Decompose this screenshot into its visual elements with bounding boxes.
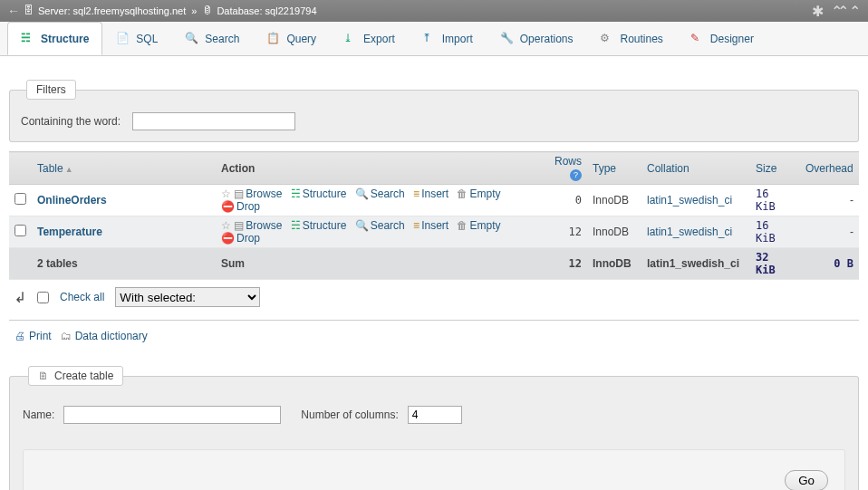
table-sum-row: 2 tables Sum 12 InnoDB latin1_swedish_ci…	[9, 248, 859, 280]
tab-label: Structure	[41, 33, 89, 45]
filters-fieldset: Filters Containing the word:	[9, 80, 859, 142]
tab-import[interactable]: Import	[409, 22, 487, 55]
insert-link[interactable]: Insert	[413, 187, 448, 200]
server-icon	[24, 5, 36, 17]
tab-bar: StructureSQLSearchQueryExportImportOpera…	[0, 22, 868, 56]
tab-label: SQL	[136, 33, 158, 45]
breadcrumb-db-value: sql2219794	[265, 5, 317, 16]
with-selected-dropdown[interactable]: With selected:	[115, 287, 260, 307]
search-icon	[355, 219, 369, 232]
print-link[interactable]: Print	[14, 330, 52, 342]
insert-icon	[413, 187, 420, 200]
tab-routines[interactable]: Routines	[586, 22, 676, 55]
empty-link[interactable]: Empty	[457, 219, 500, 232]
check-all-row: ↳ Check all With selected:	[9, 280, 859, 321]
col-table[interactable]: Table▲	[32, 152, 216, 185]
favorite-icon[interactable]	[221, 219, 231, 232]
tab-structure[interactable]: Structure	[7, 22, 102, 55]
structure-link[interactable]: Structure	[291, 219, 347, 232]
sql-icon	[116, 32, 130, 46]
sublinks: Print Data dictionary	[9, 321, 859, 351]
query-icon	[266, 32, 281, 46]
print-icon	[14, 330, 25, 342]
breadcrumb: ← Server: sql2.freemysqlhosting.net » Da…	[0, 0, 868, 22]
col-rows[interactable]: Rows ?	[542, 152, 587, 185]
search-link[interactable]: Search	[355, 219, 405, 232]
row-actions: Browse Structure Search Insert Empty Dro…	[216, 216, 542, 248]
row-rows: 12	[542, 216, 587, 248]
back-button[interactable]: ←	[7, 4, 24, 18]
row-checkbox[interactable]	[14, 225, 26, 236]
col-checkbox	[9, 152, 32, 185]
table-name-link[interactable]: Temperature	[37, 226, 102, 238]
row-collation: latin1_swedish_ci	[641, 185, 750, 216]
filters-legend: Filters	[26, 80, 76, 100]
breadcrumb-server-link[interactable]: Server: sql2.freemysqlhosting.net	[38, 5, 186, 16]
breadcrumb-db-label: Database:	[217, 5, 262, 16]
create-name-input[interactable]	[63, 406, 281, 424]
tab-query[interactable]: Query	[253, 22, 330, 55]
drop-icon	[221, 200, 235, 213]
tab-search[interactable]: Search	[171, 22, 253, 55]
settings-icon[interactable]	[812, 3, 824, 20]
tables-list: Table▲ Action Rows ? Type Collation Size…	[9, 151, 859, 280]
sum-collation: latin1_swedish_ci	[641, 248, 750, 280]
check-all-link[interactable]: Check all	[60, 291, 104, 303]
insert-link[interactable]: Insert	[413, 219, 448, 232]
collapse-icon[interactable]: ⌃⌃	[831, 3, 861, 20]
search-icon	[355, 187, 369, 200]
breadcrumb-sep: »	[191, 5, 197, 16]
tab-label: Export	[363, 33, 395, 45]
empty-link[interactable]: Empty	[457, 187, 500, 200]
search-link[interactable]: Search	[355, 187, 405, 200]
row-checkbox[interactable]	[14, 193, 26, 205]
insert-icon	[413, 219, 420, 232]
tab-label: Routines	[620, 33, 662, 45]
operations-icon	[500, 32, 515, 46]
routines-icon	[600, 32, 614, 46]
create-cols-input[interactable]	[408, 406, 462, 424]
sum-size: 32 KiB	[750, 248, 800, 280]
create-table-fieldset: Create table Name: Number of columns: Go	[9, 366, 859, 490]
database-icon	[202, 5, 215, 17]
breadcrumb-db-link[interactable]: Database: sql2219794	[217, 5, 316, 16]
breadcrumb-server-value: sql2.freemysqlhosting.net	[73, 5, 187, 16]
export-icon	[343, 32, 358, 46]
tab-export[interactable]: Export	[330, 22, 409, 55]
empty-icon	[457, 219, 468, 232]
col-action: Action	[216, 152, 542, 185]
create-cols-label: Number of columns:	[301, 408, 398, 421]
go-button[interactable]: Go	[785, 470, 828, 490]
browse-link[interactable]: Browse	[234, 219, 282, 232]
drop-link[interactable]: Drop	[221, 232, 260, 245]
table-row: OnlineOrders Browse Structure Search Ins…	[9, 185, 859, 216]
tab-label: Designer	[710, 33, 754, 45]
col-type[interactable]: Type	[587, 152, 641, 185]
table-name-link[interactable]: OnlineOrders	[37, 194, 107, 207]
tab-label: Operations	[520, 33, 574, 45]
filter-input[interactable]	[132, 112, 295, 130]
data-dictionary-icon	[61, 330, 72, 342]
breadcrumb-server-label: Server:	[38, 5, 70, 16]
check-all-box[interactable]	[37, 292, 49, 303]
drop-link[interactable]: Drop	[221, 200, 260, 213]
empty-icon	[457, 187, 468, 200]
favorite-icon[interactable]	[221, 187, 231, 200]
tab-sql[interactable]: SQL	[102, 22, 171, 55]
col-overhead[interactable]: Overhead	[800, 152, 859, 185]
structure-link[interactable]: Structure	[291, 187, 347, 200]
data-dictionary-link[interactable]: Data dictionary	[61, 330, 148, 342]
tab-operations[interactable]: Operations	[487, 22, 587, 55]
tab-designer[interactable]: Designer	[677, 22, 767, 55]
row-size: 16 KiB	[750, 216, 800, 248]
tab-label: Import	[442, 33, 473, 45]
browse-link[interactable]: Browse	[234, 187, 282, 200]
row-collation: latin1_swedish_ci	[641, 216, 750, 248]
help-icon[interactable]: ?	[570, 169, 582, 181]
col-size[interactable]: Size	[750, 152, 800, 185]
checkall-arrow-icon: ↳	[14, 289, 26, 306]
row-overhead: -	[800, 216, 859, 248]
browse-icon	[234, 219, 244, 232]
col-collation[interactable]: Collation	[641, 152, 750, 185]
sum-type: InnoDB	[587, 248, 641, 280]
